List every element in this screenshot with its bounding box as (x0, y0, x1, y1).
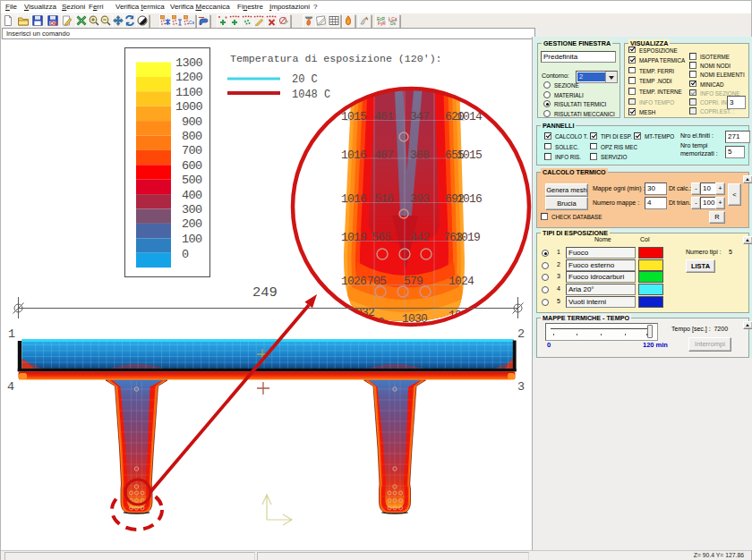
svg-text:1015: 1015 (457, 148, 482, 162)
svg-text:347: 347 (410, 110, 429, 123)
svg-text:300: 300 (182, 203, 202, 216)
svg-text:1000: 1000 (175, 100, 203, 114)
svg-text:461: 461 (374, 110, 394, 123)
svg-text:Cad: Cad (189, 20, 195, 25)
svg-text:487: 487 (374, 148, 393, 162)
svg-text:500: 500 (182, 174, 202, 187)
svg-text:600: 600 (182, 159, 202, 173)
svg-text:1016: 1016 (341, 192, 366, 206)
svg-text:700: 700 (182, 144, 202, 157)
svg-text:1016: 1016 (341, 148, 366, 162)
svg-text:516: 516 (374, 192, 393, 206)
svg-text:400: 400 (182, 189, 202, 202)
svg-text:579: 579 (404, 275, 423, 288)
svg-text:442: 442 (410, 231, 429, 244)
svg-text:3: 3 (517, 380, 525, 394)
svg-text:393: 393 (410, 192, 429, 206)
svg-text:1015: 1015 (341, 110, 366, 123)
svg-text:λ Ca: λ Ca (389, 17, 397, 21)
svg-text:1024: 1024 (449, 275, 474, 288)
svg-text:0: 0 (182, 248, 189, 261)
svg-text:1: 1 (8, 327, 15, 341)
svg-text:249: 249 (252, 284, 278, 301)
svg-text:1200: 1200 (175, 71, 203, 84)
svg-text:1016: 1016 (457, 192, 482, 206)
svg-text:1100: 1100 (175, 86, 203, 99)
svg-text:FyR: FyR (378, 21, 386, 26)
svg-text:565: 565 (372, 231, 390, 244)
svg-text:800: 800 (182, 130, 202, 143)
svg-text:DB: DB (50, 21, 58, 26)
svg-text:Ds: Ds (390, 21, 396, 26)
svg-text:900: 900 (182, 115, 202, 129)
svg-text:20 C: 20 C (292, 73, 318, 86)
svg-text:EcR: EcR (377, 17, 386, 21)
svg-text:1026: 1026 (341, 275, 366, 288)
svg-text:100: 100 (182, 233, 202, 246)
svg-text:2: 2 (517, 327, 525, 341)
svg-text:368: 368 (410, 148, 429, 162)
svg-text:4: 4 (7, 380, 14, 394)
svg-text:200: 200 (182, 217, 202, 231)
svg-text:1019: 1019 (341, 231, 366, 244)
svg-text:Temperatura di esposizione (12: Temperatura di esposizione (120'): (230, 53, 442, 64)
svg-text:1300: 1300 (175, 56, 203, 70)
svg-text:1019: 1019 (455, 231, 480, 244)
svg-text:1048 C: 1048 C (292, 89, 330, 101)
svg-text:705: 705 (367, 275, 386, 288)
